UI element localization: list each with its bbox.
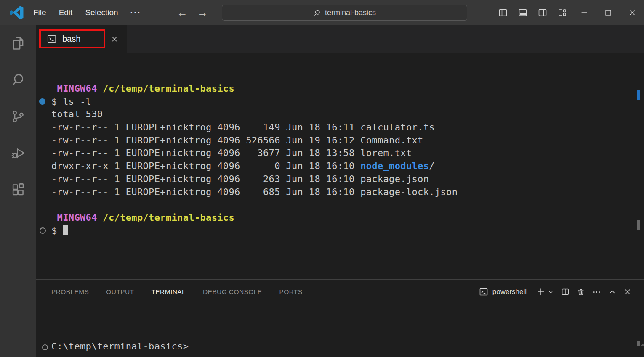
title-bar: File Edit Selection ··· ← → terminal-bas… (0, 0, 644, 25)
new-terminal-split-button (536, 287, 554, 297)
terminal-line: -rw-r--r-- 1 EUROPE+nicktrog 4096 685 Ju… (51, 186, 458, 199)
editor-tab-strip: bash (36, 25, 644, 53)
chevron-down-icon[interactable] (547, 288, 554, 296)
new-terminal-icon[interactable] (536, 287, 546, 297)
terminal-line: MINGW64 /c/temp/terminal-basics (51, 212, 458, 225)
run-and-debug-icon[interactable] (10, 145, 26, 161)
overview-ruler-mark-gray (637, 220, 640, 230)
maximize-icon (604, 8, 613, 17)
vscode-window: File Edit Selection ··· ← → terminal-bas… (0, 0, 644, 357)
command-decoration-ring[interactable] (42, 344, 48, 350)
layout-controls (498, 8, 567, 18)
overview-ruler-mark-gray (637, 341, 640, 346)
close-icon (110, 35, 119, 43)
overview-ruler-mark-blue (637, 90, 640, 100)
close-panel-icon[interactable] (623, 287, 632, 296)
search-view-icon[interactable] (10, 72, 26, 88)
bottom-panel: PROBLEMSOUTPUTTERMINALDEBUG CONSOLEPORTS… (36, 279, 644, 357)
panel-tab-terminal[interactable]: TERMINAL (151, 280, 186, 304)
panel-tab-ports[interactable]: PORTS (279, 280, 302, 304)
forward-arrow-icon[interactable]: → (197, 7, 208, 18)
customize-layout-icon[interactable] (557, 8, 567, 18)
panel-header: PROBLEMSOUTPUTTERMINALDEBUG CONSOLEPORTS… (36, 280, 644, 304)
terminal-line: drwxr-xr-x 1 EUROPE+nicktrog 4096 0 Jun … (51, 160, 458, 173)
terminal-editor[interactable]: MINGW64 /c/temp/terminal-basics$ ls -lto… (36, 53, 644, 279)
toggle-secondary-sidebar-icon[interactable] (538, 8, 548, 18)
terminal-line (51, 198, 458, 212)
activity-bar (0, 25, 36, 357)
search-icon (313, 9, 321, 17)
terminal-profile-label: powershell (492, 288, 527, 296)
kill-terminal-trash-icon[interactable] (576, 287, 585, 296)
menu-overflow-icon[interactable]: ··· (125, 8, 147, 18)
terminal-line: -rw-r--r-- 1 EUROPE+nicktrog 4096 263 Ju… (51, 173, 458, 186)
menu-edit[interactable]: Edit (53, 5, 79, 20)
source-control-icon[interactable] (10, 108, 26, 124)
panel-tab-debug-console[interactable]: DEBUG CONSOLE (203, 280, 262, 304)
menu-selection[interactable]: Selection (79, 5, 124, 20)
window-minimize-button[interactable] (572, 0, 596, 25)
panel-tab-problems[interactable]: PROBLEMS (51, 280, 89, 304)
vscode-logo-icon (9, 5, 24, 20)
explorer-icon[interactable] (10, 35, 26, 51)
command-decoration-dot[interactable] (39, 98, 45, 105)
terminal-icon (479, 287, 489, 297)
more-actions-icon[interactable] (592, 287, 601, 297)
close-icon (628, 8, 637, 17)
maximize-panel-chevron-up-icon[interactable] (608, 288, 617, 296)
active-terminal-item[interactable]: powershell (479, 287, 527, 297)
window-controls (572, 0, 644, 25)
terminal-line: $ (51, 225, 458, 238)
panel-terminal[interactable]: C:\temp\terminal-basics> (36, 304, 644, 357)
panel-tab-output[interactable]: OUTPUT (106, 280, 134, 304)
tab-bash[interactable]: bash (36, 25, 127, 53)
command-decoration-ring[interactable] (40, 227, 46, 234)
minimize-icon (580, 8, 589, 17)
menu-file[interactable]: File (27, 5, 53, 20)
terminal-icon (46, 34, 57, 45)
window-maximize-button[interactable] (596, 0, 620, 25)
terminal-line: -rw-r--r-- 1 EUROPE+nicktrog 4096 149 Ju… (51, 121, 458, 134)
extensions-icon[interactable] (10, 182, 26, 198)
toggle-primary-sidebar-icon[interactable] (498, 8, 508, 18)
menu-bar: File Edit Selection ··· (27, 0, 147, 25)
split-terminal-icon[interactable] (561, 287, 570, 296)
terminal-line: total 530 (51, 108, 458, 121)
terminal-line: -rw-r--r-- 1 EUROPE+nicktrog 4096 526566… (51, 134, 458, 147)
scroll-indicator (641, 344, 644, 346)
history-nav: ← → (177, 0, 208, 25)
window-close-button[interactable] (620, 0, 644, 25)
toggle-panel-icon[interactable] (518, 8, 528, 18)
tab-label: bash (62, 34, 80, 44)
terminal-line: -rw-r--r-- 1 EUROPE+nicktrog 4096 3677 J… (51, 147, 458, 160)
terminal-cursor (63, 225, 68, 235)
search-value: terminal-basics (325, 8, 376, 17)
command-center-search[interactable]: terminal-basics (222, 5, 467, 21)
powershell-prompt: C:\temp\terminal-basics> (51, 341, 189, 352)
panel-controls: powershell (479, 287, 632, 297)
panel-tabs: PROBLEMSOUTPUTTERMINALDEBUG CONSOLEPORTS (51, 280, 303, 304)
terminal-line: MINGW64 /c/temp/terminal-basics (51, 82, 458, 95)
back-arrow-icon[interactable]: ← (177, 7, 188, 18)
tab-close-button[interactable] (109, 34, 120, 44)
terminal-line: $ ls -l (51, 95, 458, 108)
terminal-output: MINGW64 /c/temp/terminal-basics$ ls -lto… (51, 82, 458, 237)
